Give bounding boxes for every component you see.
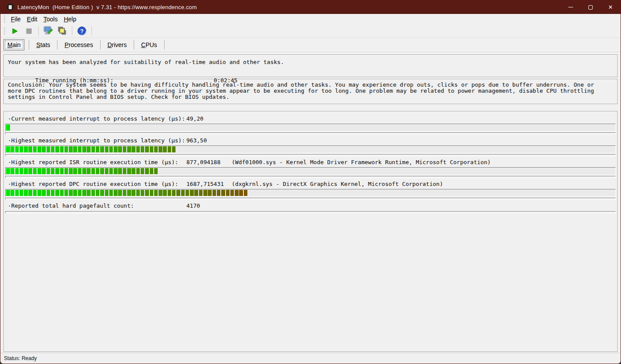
led-segment: [127, 146, 131, 152]
led-segment: [82, 146, 86, 152]
stop-monitor-button[interactable]: [23, 25, 35, 37]
led-segment: [109, 146, 113, 152]
led-segment: [150, 146, 154, 152]
help-icon: ?: [77, 26, 87, 36]
led-segment: [69, 190, 73, 196]
menu-item-file[interactable]: File: [8, 15, 24, 24]
led-segment: [60, 168, 64, 174]
app-icon: [7, 3, 14, 11]
stat-value: 963,50: [186, 136, 232, 145]
tab-main[interactable]: Main: [3, 39, 24, 51]
toolbar-separator: [38, 26, 39, 36]
maximize-button[interactable]: [580, 0, 601, 14]
stat-row: ·Highest reported DPC routine execution …: [8, 179, 613, 200]
led-segment: [64, 168, 68, 174]
analyze-button[interactable]: [42, 25, 54, 37]
led-segment: [114, 168, 118, 174]
close-button[interactable]: ✕: [601, 0, 621, 14]
led-segment: [55, 190, 59, 196]
led-segment: [123, 190, 127, 196]
menu-item-edit[interactable]: Edit: [24, 15, 40, 24]
led-segment: [132, 190, 135, 196]
led-segment: [73, 168, 77, 174]
led-segment: [141, 168, 145, 174]
led-segment: [73, 190, 77, 196]
led-segment: [168, 190, 172, 196]
stat-row: ·Highest measured interrupt to process l…: [8, 136, 613, 156]
tab-cpus[interactable]: CPUs: [136, 39, 162, 51]
led-segment: [123, 146, 127, 152]
led-segment: [28, 190, 32, 196]
led-segment: [6, 190, 10, 196]
led-segment: [33, 168, 37, 174]
led-segment: [114, 146, 118, 152]
toolbar-separator: [91, 26, 92, 36]
progress-groove: [5, 154, 616, 156]
led-segment: [186, 190, 189, 196]
led-segment: [217, 190, 221, 196]
led-segment: [6, 125, 10, 131]
led-segment: [127, 168, 131, 174]
led-segment: [141, 146, 145, 152]
led-segment: [37, 190, 41, 196]
led-segment: [87, 146, 91, 152]
led-segment: [33, 190, 37, 196]
led-segment: [127, 190, 131, 196]
tab-drivers[interactable]: Drivers: [102, 39, 132, 51]
menu-item-tools[interactable]: Tools: [40, 15, 61, 24]
led-segment: [244, 190, 248, 196]
led-segment: [6, 146, 10, 152]
stat-label: ·Highest measured interrupt to process l…: [8, 136, 186, 145]
led-segment: [114, 190, 118, 196]
led-segment: [239, 190, 243, 196]
toolbar-separator: [72, 26, 72, 36]
led-segment: [24, 190, 28, 196]
copy-pages-icon: [57, 26, 68, 36]
led-bar: [5, 124, 616, 131]
led-segment: [208, 190, 212, 196]
led-segment: [163, 190, 167, 196]
status-text: Status: Ready: [4, 355, 37, 361]
menu-bar-items: FileEditToolsHelp: [8, 15, 79, 24]
led-segment: [42, 146, 46, 152]
conclusion-text: Conclusion: Your system seems to be havi…: [8, 81, 594, 100]
led-segment: [172, 190, 176, 196]
minimize-button[interactable]: [560, 0, 580, 14]
led-segment: [91, 146, 95, 152]
toolbar-gripper[interactable]: [4, 27, 5, 34]
toolbar: ?: [0, 24, 621, 38]
tab-separator: [57, 40, 57, 50]
led-segment: [28, 146, 32, 152]
copy-report-button[interactable]: [56, 25, 68, 37]
led-segment: [60, 146, 64, 152]
led-segment: [47, 190, 51, 196]
play-icon: [12, 28, 18, 34]
led-segment: [100, 146, 104, 152]
stat-value: 49,20: [186, 114, 232, 123]
led-segment: [47, 146, 51, 152]
tab-separator: [134, 40, 134, 50]
led-segment: [82, 190, 86, 196]
main-content: Your system has been analyzed for suitab…: [0, 52, 621, 353]
led-segment: [235, 190, 239, 196]
menu-gripper[interactable]: [4, 16, 5, 23]
tab-processes[interactable]: Processes: [59, 39, 98, 51]
led-segment: [199, 190, 203, 196]
stat-row: ·Current measured interrupt to process l…: [8, 114, 613, 135]
stat-label: ·Current measured interrupt to process l…: [8, 114, 186, 123]
tab-stats[interactable]: Stats: [31, 39, 55, 51]
help-button[interactable]: ?: [76, 25, 88, 37]
led-segment: [28, 168, 32, 174]
led-segment: [136, 168, 140, 174]
stats-panel: ·Current measured interrupt to process l…: [3, 111, 618, 352]
led-segment: [96, 190, 100, 196]
tab-bar: MainStatsProcessesDriversCPUs: [0, 38, 621, 52]
led-segment: [42, 168, 46, 174]
start-monitor-button[interactable]: [9, 25, 21, 37]
led-bar: [5, 167, 616, 175]
led-segment: [145, 146, 149, 152]
led-segment: [194, 190, 198, 196]
menu-item-help[interactable]: Help: [61, 15, 79, 24]
led-segment: [20, 146, 24, 152]
led-segment: [154, 168, 158, 174]
